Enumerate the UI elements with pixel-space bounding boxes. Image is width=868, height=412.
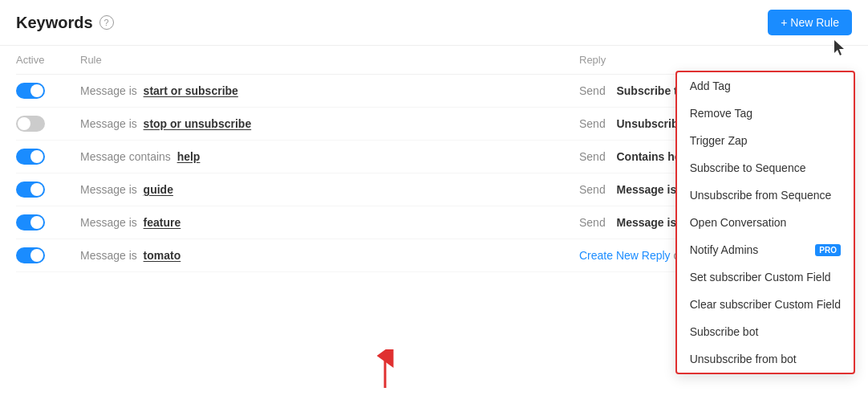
dropdown-item-label: Open Conversation bbox=[690, 216, 787, 229]
dropdown-item-label: Set subscriber Custom Field bbox=[690, 271, 831, 284]
page-header: Keywords ? + New Rule bbox=[0, 0, 868, 46]
header-left: Keywords ? bbox=[16, 14, 114, 32]
dropdown-item-clear-custom-field[interactable]: Clear subscriber Custom Field bbox=[677, 291, 854, 318]
header-reply: Reply bbox=[579, 54, 852, 66]
dropdown-item-label: Unsubscribe from bot bbox=[690, 353, 797, 365]
new-rule-button[interactable]: + New Rule bbox=[768, 10, 852, 35]
arrow-indicator bbox=[369, 349, 401, 390]
dropdown-item-trigger-zap[interactable]: Trigger Zap bbox=[677, 127, 854, 154]
pro-badge: PRO bbox=[815, 244, 841, 256]
toggle-cell bbox=[16, 116, 80, 132]
toggle-cell bbox=[16, 83, 80, 99]
dropdown-item-open-conversation[interactable]: Open Conversation bbox=[677, 209, 854, 236]
help-icon[interactable]: ? bbox=[99, 15, 114, 30]
rule-cell: Message is feature bbox=[80, 216, 579, 229]
dropdown-item-notify-admins[interactable]: Notify Admins PRO bbox=[677, 236, 854, 263]
action-dropdown: Add Tag Remove Tag Trigger Zap Subscribe… bbox=[675, 71, 855, 374]
active-toggle[interactable] bbox=[16, 83, 45, 99]
dropdown-item-label: Add Tag bbox=[690, 80, 731, 92]
dropdown-item-subscribe-sequence[interactable]: Subscribe to Sequence bbox=[677, 154, 854, 182]
active-toggle[interactable] bbox=[16, 149, 45, 165]
dropdown-item-label: Unsubscribe from Sequence bbox=[690, 189, 832, 202]
toggle-cell bbox=[16, 182, 80, 198]
create-new-reply-link[interactable]: Create New Reply bbox=[579, 249, 671, 262]
dropdown-item-subscribe-bot[interactable]: Subscribe bot bbox=[677, 318, 854, 345]
dropdown-item-label: Trigger Zap bbox=[690, 134, 748, 147]
rule-cell: Message is stop or unsubscribe bbox=[80, 117, 579, 130]
active-toggle[interactable] bbox=[16, 247, 45, 263]
page-title: Keywords bbox=[16, 14, 93, 32]
dropdown-item-label: Remove Tag bbox=[690, 107, 752, 120]
active-toggle[interactable] bbox=[16, 182, 45, 198]
rule-cell: Message is start or subscribe bbox=[80, 84, 579, 97]
dropdown-item-set-custom-field[interactable]: Set subscriber Custom Field bbox=[677, 263, 854, 291]
dropdown-item-unsubscribe-bot[interactable]: Unsubscribe from bot bbox=[677, 345, 854, 373]
header-rule: Rule bbox=[80, 54, 579, 66]
header-active: Active bbox=[16, 54, 80, 66]
active-toggle[interactable] bbox=[16, 214, 45, 230]
rule-cell: Message is tomato bbox=[80, 249, 579, 262]
dropdown-item-label: Subscribe to Sequence bbox=[690, 161, 806, 174]
rule-cell: Message is guide bbox=[80, 183, 579, 196]
dropdown-item-add-tag[interactable]: Add Tag bbox=[677, 72, 854, 100]
dropdown-item-label: Clear subscriber Custom Field bbox=[690, 298, 841, 311]
active-toggle[interactable] bbox=[16, 116, 45, 132]
dropdown-item-label: Subscribe bot bbox=[690, 325, 759, 338]
dropdown-item-label: Notify Admins bbox=[690, 243, 759, 256]
dropdown-item-unsubscribe-sequence[interactable]: Unsubscribe from Sequence bbox=[677, 182, 854, 209]
toggle-cell bbox=[16, 247, 80, 263]
toggle-cell bbox=[16, 214, 80, 230]
rule-cell: Message contains help bbox=[80, 150, 579, 163]
arrow-svg bbox=[369, 349, 401, 390]
toggle-cell bbox=[16, 149, 80, 165]
dropdown-item-remove-tag[interactable]: Remove Tag bbox=[677, 100, 854, 127]
